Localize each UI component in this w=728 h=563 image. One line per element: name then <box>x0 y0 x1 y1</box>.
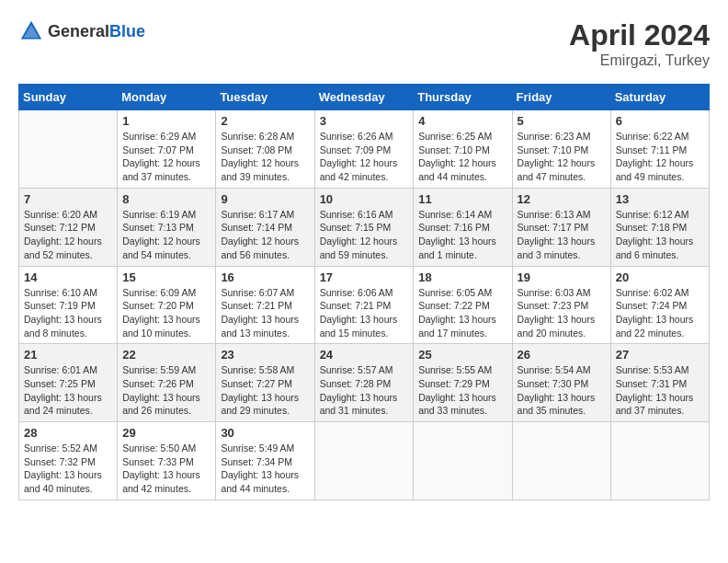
weekday-header-friday: Friday <box>512 85 610 110</box>
day-info: Sunrise: 6:12 AM Sunset: 7:18 PM Dayligh… <box>616 208 704 262</box>
calendar-cell <box>414 422 512 500</box>
day-number: 21 <box>24 348 112 362</box>
calendar-cell: 19Sunrise: 6:03 AM Sunset: 7:23 PM Dayli… <box>512 266 610 344</box>
calendar-cell <box>512 422 610 500</box>
day-number: 16 <box>221 270 309 284</box>
day-info: Sunrise: 6:07 AM Sunset: 7:21 PM Dayligh… <box>221 286 309 340</box>
month-title: April 2024 <box>569 18 710 52</box>
day-info: Sunrise: 5:55 AM Sunset: 7:29 PM Dayligh… <box>418 363 506 418</box>
calendar-cell: 20Sunrise: 6:02 AM Sunset: 7:24 PM Dayli… <box>610 266 709 344</box>
calendar-cell: 7Sunrise: 6:20 AM Sunset: 7:12 PM Daylig… <box>19 188 118 266</box>
calendar-cell: 28Sunrise: 5:52 AM Sunset: 7:32 PM Dayli… <box>19 422 118 500</box>
day-number: 20 <box>616 270 704 284</box>
day-info: Sunrise: 5:52 AM Sunset: 7:32 PM Dayligh… <box>24 442 112 496</box>
day-info: Sunrise: 6:03 AM Sunset: 7:23 PM Dayligh… <box>518 286 606 340</box>
day-number: 19 <box>518 270 606 284</box>
calendar-week-3: 14Sunrise: 6:10 AM Sunset: 7:19 PM Dayli… <box>19 266 710 344</box>
calendar-cell: 27Sunrise: 5:53 AM Sunset: 7:31 PM Dayli… <box>610 344 709 422</box>
day-number: 2 <box>221 114 309 128</box>
calendar-cell: 3Sunrise: 6:26 AM Sunset: 7:09 PM Daylig… <box>314 110 414 189</box>
day-info: Sunrise: 6:09 AM Sunset: 7:20 PM Dayligh… <box>122 286 210 340</box>
calendar-cell: 24Sunrise: 5:57 AM Sunset: 7:28 PM Dayli… <box>314 344 414 422</box>
day-number: 28 <box>24 426 112 440</box>
day-info: Sunrise: 6:19 AM Sunset: 7:13 PM Dayligh… <box>122 208 210 262</box>
calendar-week-2: 7Sunrise: 6:20 AM Sunset: 7:12 PM Daylig… <box>19 188 710 266</box>
day-number: 7 <box>24 192 112 206</box>
day-number: 6 <box>616 114 704 128</box>
logo-blue-text: Blue <box>109 22 145 40</box>
day-number: 12 <box>518 192 606 206</box>
calendar-week-1: 1Sunrise: 6:29 AM Sunset: 7:07 PM Daylig… <box>19 110 710 189</box>
calendar-cell: 1Sunrise: 6:29 AM Sunset: 7:07 PM Daylig… <box>118 110 216 189</box>
calendar-cell: 2Sunrise: 6:28 AM Sunset: 7:08 PM Daylig… <box>216 110 314 189</box>
calendar-cell: 17Sunrise: 6:06 AM Sunset: 7:21 PM Dayli… <box>314 266 414 344</box>
calendar-table: SundayMondayTuesdayWednesdayThursdayFrid… <box>18 84 710 500</box>
calendar-week-4: 21Sunrise: 6:01 AM Sunset: 7:25 PM Dayli… <box>19 344 710 422</box>
day-info: Sunrise: 6:23 AM Sunset: 7:10 PM Dayligh… <box>518 130 606 184</box>
day-number: 26 <box>518 348 606 362</box>
day-info: Sunrise: 6:29 AM Sunset: 7:07 PM Dayligh… <box>122 130 210 184</box>
calendar-cell: 23Sunrise: 5:58 AM Sunset: 7:27 PM Dayli… <box>216 344 314 422</box>
day-info: Sunrise: 6:17 AM Sunset: 7:14 PM Dayligh… <box>221 208 309 262</box>
calendar-cell: 14Sunrise: 6:10 AM Sunset: 7:19 PM Dayli… <box>19 266 118 344</box>
day-number: 8 <box>122 192 210 206</box>
weekday-header-thursday: Thursday <box>414 85 512 110</box>
calendar-cell: 16Sunrise: 6:07 AM Sunset: 7:21 PM Dayli… <box>216 266 314 344</box>
calendar-cell: 26Sunrise: 5:54 AM Sunset: 7:30 PM Dayli… <box>512 344 610 422</box>
weekday-header-wednesday: Wednesday <box>314 85 414 110</box>
calendar-cell: 13Sunrise: 6:12 AM Sunset: 7:18 PM Dayli… <box>610 188 709 266</box>
day-number: 1 <box>122 114 210 128</box>
day-info: Sunrise: 6:06 AM Sunset: 7:21 PM Dayligh… <box>320 286 409 340</box>
calendar-cell <box>314 422 414 500</box>
weekday-header-sunday: Sunday <box>19 85 118 110</box>
calendar-cell: 12Sunrise: 6:13 AM Sunset: 7:17 PM Dayli… <box>512 188 610 266</box>
calendar-cell: 15Sunrise: 6:09 AM Sunset: 7:20 PM Dayli… <box>118 266 216 344</box>
day-info: Sunrise: 5:50 AM Sunset: 7:33 PM Dayligh… <box>122 442 210 496</box>
day-number: 23 <box>221 348 309 362</box>
day-number: 5 <box>518 114 606 128</box>
weekday-header-saturday: Saturday <box>610 85 709 110</box>
day-number: 24 <box>320 348 409 362</box>
day-info: Sunrise: 6:16 AM Sunset: 7:15 PM Dayligh… <box>320 208 409 262</box>
day-info: Sunrise: 6:20 AM Sunset: 7:12 PM Dayligh… <box>24 208 112 262</box>
calendar-cell: 8Sunrise: 6:19 AM Sunset: 7:13 PM Daylig… <box>118 188 216 266</box>
day-number: 29 <box>122 426 210 440</box>
day-number: 11 <box>418 192 506 206</box>
day-number: 13 <box>616 192 704 206</box>
weekday-header-tuesday: Tuesday <box>216 85 314 110</box>
calendar-cell: 21Sunrise: 6:01 AM Sunset: 7:25 PM Dayli… <box>19 344 118 422</box>
day-number: 27 <box>616 348 704 362</box>
calendar-cell: 22Sunrise: 5:59 AM Sunset: 7:26 PM Dayli… <box>118 344 216 422</box>
day-number: 15 <box>122 270 210 284</box>
day-info: Sunrise: 5:54 AM Sunset: 7:30 PM Dayligh… <box>518 363 606 418</box>
calendar-cell: 4Sunrise: 6:25 AM Sunset: 7:10 PM Daylig… <box>414 110 512 189</box>
day-info: Sunrise: 6:01 AM Sunset: 7:25 PM Dayligh… <box>24 363 112 418</box>
day-number: 10 <box>320 192 409 206</box>
calendar-cell <box>610 422 709 500</box>
title-section: April 2024 Emirgazi, Turkey <box>569 18 710 69</box>
weekday-header-monday: Monday <box>118 85 216 110</box>
logo-general-text: General <box>48 22 109 40</box>
day-number: 3 <box>320 114 409 128</box>
calendar-cell: 29Sunrise: 5:50 AM Sunset: 7:33 PM Dayli… <box>118 422 216 500</box>
calendar-cell: 11Sunrise: 6:14 AM Sunset: 7:16 PM Dayli… <box>414 188 512 266</box>
day-info: Sunrise: 6:10 AM Sunset: 7:19 PM Dayligh… <box>24 286 112 340</box>
day-info: Sunrise: 5:49 AM Sunset: 7:34 PM Dayligh… <box>221 442 309 496</box>
day-info: Sunrise: 5:57 AM Sunset: 7:28 PM Dayligh… <box>320 363 409 418</box>
weekday-header-row: SundayMondayTuesdayWednesdayThursdayFrid… <box>19 85 710 110</box>
location: Emirgazi, Turkey <box>569 52 710 69</box>
day-info: Sunrise: 6:14 AM Sunset: 7:16 PM Dayligh… <box>418 208 506 262</box>
calendar-cell: 25Sunrise: 5:55 AM Sunset: 7:29 PM Dayli… <box>414 344 512 422</box>
calendar-cell: 10Sunrise: 6:16 AM Sunset: 7:15 PM Dayli… <box>314 188 414 266</box>
day-number: 30 <box>221 426 309 440</box>
day-info: Sunrise: 6:22 AM Sunset: 7:11 PM Dayligh… <box>616 130 704 184</box>
calendar-cell <box>19 110 118 189</box>
day-number: 17 <box>320 270 409 284</box>
logo-icon <box>18 18 44 44</box>
day-number: 18 <box>418 270 506 284</box>
calendar-cell: 9Sunrise: 6:17 AM Sunset: 7:14 PM Daylig… <box>216 188 314 266</box>
day-info: Sunrise: 6:28 AM Sunset: 7:08 PM Dayligh… <box>221 130 309 184</box>
day-number: 4 <box>418 114 506 128</box>
calendar-week-5: 28Sunrise: 5:52 AM Sunset: 7:32 PM Dayli… <box>19 422 710 500</box>
page-header: GeneralBlue April 2024 Emirgazi, Turkey <box>18 18 710 69</box>
